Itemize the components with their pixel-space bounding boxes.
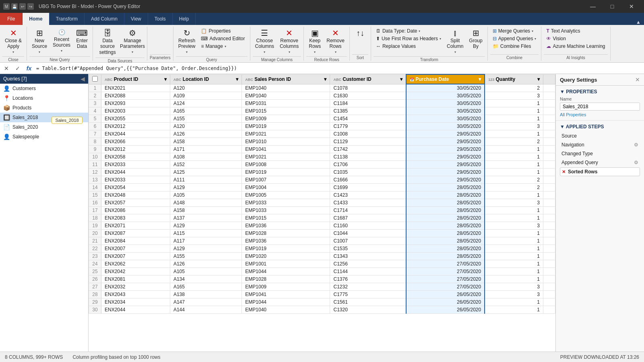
minimize-button[interactable]: — (584, 0, 602, 13)
data-cell: C1256 (330, 260, 406, 268)
tab-help[interactable]: Help (173, 13, 196, 25)
remove-columns-button[interactable]: ✕ RemoveColumns ▾ (277, 27, 301, 56)
advanced-editor-button[interactable]: ⌨ Advanced Editor (198, 35, 247, 42)
refresh-preview-button[interactable]: ↻ RefreshPreview ▾ (176, 27, 198, 56)
col-location-id[interactable]: ABC Location ID ▾ (170, 74, 242, 84)
data-source-settings-button[interactable]: 🗄 Data sourcesettings (95, 27, 120, 57)
append-queries-button[interactable]: ⊟ Append Queries ▾ (490, 35, 539, 42)
formula-fx-icon[interactable]: fx (25, 64, 33, 72)
keep-rows-arrow: ▾ (314, 50, 316, 54)
vision-button[interactable]: 👁 Vision (544, 35, 607, 42)
tab-view[interactable]: View (124, 13, 148, 25)
close-button[interactable]: ✕ (622, 0, 641, 13)
replace-values-icon: ↔ (376, 43, 381, 49)
select-all-checkbox[interactable] (92, 76, 98, 82)
right-panel-close-button[interactable]: ✕ (635, 76, 640, 83)
group-by-button[interactable]: ⊞ GroupBy (466, 27, 485, 51)
row-number-cell: 10 (89, 153, 101, 161)
formula-input[interactable] (36, 66, 642, 71)
choose-columns-button[interactable]: ☰ ChooseColumns ▾ (253, 27, 277, 56)
sidebar-item-products[interactable]: 📦 Products (0, 103, 88, 113)
step-item-changed-type[interactable]: Changed Type (560, 150, 640, 158)
col-sales-person-id[interactable]: ABC Sales Person ID ▾ (242, 74, 330, 84)
data-cell: EMP1015 (242, 214, 330, 222)
replace-values-button[interactable]: ↔ Replace Values (374, 43, 444, 50)
recent-sources-button[interactable]: 🕐 RecentSources ▾ (50, 27, 73, 54)
merge-queries-button[interactable]: ⊞ Merge Queries ▾ (490, 27, 539, 35)
properties-button[interactable]: 📋 Properties (198, 27, 247, 35)
all-properties-link[interactable]: All Properties (560, 112, 640, 117)
undo-icon[interactable]: ↩ (19, 3, 26, 10)
sidebar-item-sales-2018[interactable]: 🔲 Sales_2018 Sales_2018 (0, 113, 88, 122)
redo-icon[interactable]: ↪ (27, 3, 34, 10)
row-number-cell: 9 (89, 146, 101, 153)
extra-cell (543, 283, 555, 291)
step-item-navigation[interactable]: Navigation⚙ (560, 141, 640, 149)
step-gear-icon[interactable]: ⚙ (634, 160, 638, 165)
split-column-button[interactable]: ⫿ SplitColumn ▾ (444, 27, 466, 56)
data-cell: C1535 (330, 245, 406, 253)
manage-parameters-button[interactable]: ⚙ ManageParameters ▾ (120, 27, 144, 56)
enter-data-button[interactable]: ⌨ EnterData (74, 27, 90, 51)
ribbon-group-query: ↻ RefreshPreview ▾ 📋 Properties ⌨ Advanc… (173, 27, 250, 61)
sidebar-title: Queries [7] (3, 76, 27, 82)
keep-rows-button[interactable]: ▣ KeepRows ▾ (306, 27, 323, 56)
data-cell: A152 (170, 161, 242, 169)
col-quantity[interactable]: 123 Quantity ▾ (485, 74, 543, 84)
new-source-button[interactable]: ⊞ NewSource ▾ (29, 27, 50, 56)
save-icon[interactable]: 💾 (11, 3, 18, 10)
azure-ml-button[interactable]: ☁ Azure Machine Learning (544, 43, 607, 50)
formula-confirm-icon[interactable]: ✓ (14, 64, 22, 72)
combine-files-button[interactable]: 📁 Combine Files (490, 43, 539, 50)
remove-rows-button[interactable]: ✕ RemoveRows ▾ (324, 27, 347, 56)
tab-tools[interactable]: Tools (148, 13, 173, 25)
table-row: 6ENX2012A120EMP1019C177930/05/20203 (89, 123, 555, 130)
name-input[interactable] (560, 103, 640, 111)
col-sales-person-id-filter[interactable]: ▾ (324, 76, 326, 82)
choose-columns-label: ChooseColumns (255, 38, 274, 49)
quantity-cell: 1 (485, 100, 543, 107)
col-purchase-date-filter[interactable]: ▾ (479, 76, 481, 82)
col-quantity-filter[interactable]: ▾ (537, 76, 540, 82)
combine-group-label: Combine (490, 54, 539, 60)
sidebar-collapse-button[interactable]: ◀ (80, 76, 85, 82)
data-table-wrapper[interactable]: ABC Product ID ▾ ABC Location ID ▾ ABC S… (89, 74, 555, 352)
data-cell: C1699 (330, 184, 406, 191)
step-gear-icon[interactable]: ⚙ (634, 142, 638, 148)
col-product-id-filter[interactable]: ▾ (164, 76, 167, 82)
close-apply-button[interactable]: ✕ Close &Apply ▾ (2, 27, 24, 56)
sidebar-item-salespeople[interactable]: 👤 Salespeople (0, 132, 88, 142)
data-type-button[interactable]: 🗓 Data Type: Date ▾ (374, 27, 444, 35)
step-item-appended-query[interactable]: Appended Query⚙ (560, 158, 640, 167)
reduce-rows-group-label: Reduce Rows (306, 56, 347, 62)
col-product-id[interactable]: ABC Product ID ▾ (101, 74, 170, 84)
remove-rows-icon: ✕ (332, 29, 339, 37)
tab-home[interactable]: Home (23, 13, 49, 25)
table-row: 4ENX2003A165EMP1015C138530/05/20201 (89, 107, 555, 115)
first-row-header-label: Use First Row as Headers (382, 36, 438, 41)
maximize-button[interactable]: □ (603, 0, 621, 13)
step-x-icon[interactable]: ✕ (562, 169, 566, 175)
manage-button[interactable]: ≡ Manage ▾ (198, 43, 247, 50)
step-item-sorted-rows[interactable]: ✕Sorted Rows (560, 167, 640, 176)
salespeople-icon: 👤 (3, 134, 10, 140)
quantity-cell: 1 (485, 107, 543, 115)
manage-parameters-arrow: ▾ (132, 50, 133, 54)
col-customer-id-filter[interactable]: ▾ (400, 76, 402, 82)
col-purchase-date[interactable]: 📅 Purchase Date ▾ (406, 74, 485, 84)
first-row-header-button[interactable]: ⬆ Use First Row as Headers ▾ (374, 35, 444, 42)
sidebar-item-customers[interactable]: 👤 Customers (0, 84, 88, 93)
col-location-id-filter[interactable]: ▾ (236, 76, 238, 82)
formula-cancel-icon[interactable]: ✕ (2, 64, 10, 72)
col-customer-id[interactable]: ABC Customer ID ▾ (330, 74, 406, 84)
collapse-ribbon[interactable]: ▲ (636, 19, 641, 25)
sort-asc-button[interactable]: ↑↓ (352, 27, 368, 39)
tab-file[interactable]: File (0, 13, 23, 25)
step-item-source[interactable]: Source (560, 132, 640, 140)
refresh-preview-arrow: ▾ (186, 50, 188, 54)
tab-transform[interactable]: Transform (50, 13, 85, 25)
text-analytics-button[interactable]: T Text Analytics (544, 27, 607, 35)
data-cell: EMP1008 (242, 161, 330, 169)
sidebar-item-locations[interactable]: 📍 Locations (0, 93, 88, 103)
tab-add-column[interactable]: Add Column (85, 13, 124, 25)
